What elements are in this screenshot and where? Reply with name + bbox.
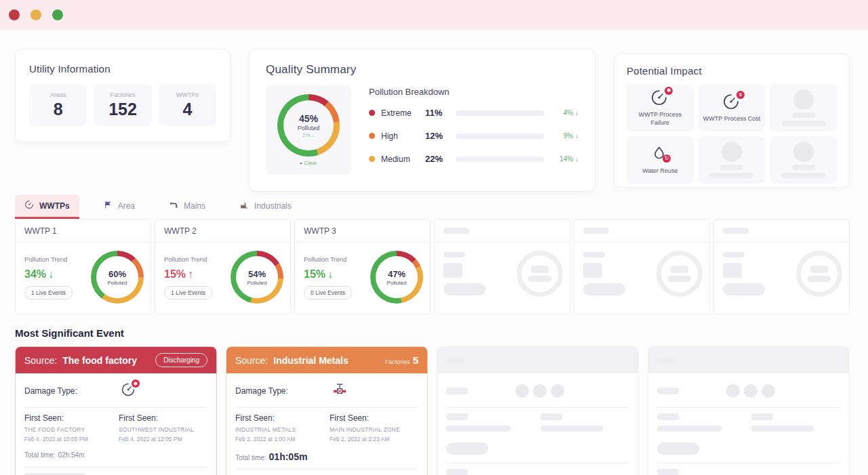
card-title: Utility Information: [29, 63, 216, 75]
trend-label: Pollution Trend: [304, 255, 368, 263]
event-card-skeleton: [648, 346, 850, 475]
tab-area[interactable]: Area: [94, 195, 144, 219]
skeleton-circle: [793, 89, 814, 110]
arrow-down-icon: ↓: [575, 109, 578, 117]
factories-label: Factories: [385, 358, 410, 365]
discharging-badge[interactable]: Discharging: [155, 353, 208, 367]
impact-grid: ✱ WWTP Process Failure $ WWTP Process Co…: [627, 84, 837, 184]
arrow-down-icon: ↓: [312, 132, 315, 138]
skeleton-bar: [720, 165, 743, 170]
valve-icon: [332, 382, 348, 400]
utility-stats: Areas 8 Factories 152 WWTPs 4: [29, 84, 216, 126]
skeleton-circle: [515, 384, 529, 398]
wwtp-card-body: Pollution Trend 15% ↓ 0 Live Events 47% …: [295, 243, 430, 310]
polluted-percent: 45%: [299, 113, 318, 124]
trend-percent: 34%: [24, 268, 46, 281]
damage-type-row: Damage Type:: [235, 380, 418, 402]
donut-center-text: 47% Polluted: [370, 251, 423, 304]
live-events-pill[interactable]: 0 Live Events: [304, 286, 352, 300]
tab-industrials[interactable]: Industrials: [230, 195, 301, 219]
first-seen-place: INDUSTRIAL METALS: [235, 426, 324, 433]
row-label: Extreme: [381, 108, 419, 118]
maximize-window-button[interactable]: [52, 9, 63, 20]
skeleton-bar: [751, 426, 814, 432]
wwtp-card-1[interactable]: WWTP 1 Pollution Trend 34% ↓ 1 Live Even…: [15, 219, 151, 314]
skeleton-body: [648, 373, 849, 475]
damage-type-row: Damage Type: ✱: [24, 380, 208, 402]
skeleton-bar: [446, 388, 468, 394]
skeleton-body: [714, 243, 849, 304]
first-seen-time: Feb 2, 2022 at 1:00 AM: [235, 436, 324, 442]
skeleton-bar: [583, 228, 609, 234]
wwtp-card-body: Pollution Trend 15% ↑ 1 Live Events 54% …: [155, 243, 290, 310]
polluted-label: Polluted: [387, 280, 407, 286]
event-card-skeleton: [437, 346, 639, 475]
event-card-food-factory[interactable]: Source: The food factory Discharging Dam…: [15, 346, 217, 475]
first-seen-place: THE FOOD FACTORY: [24, 426, 113, 433]
skeleton-bar: [808, 276, 831, 282]
tab-mains[interactable]: Mains: [159, 195, 215, 219]
wwtp-trend-block: Pollution Trend 15% ↓ 0 Live Events: [304, 255, 368, 300]
skeleton-left: [583, 252, 654, 295]
first-seen-label: First Seen:: [24, 413, 113, 423]
skeleton-circles: [726, 384, 775, 398]
tab-wwtps[interactable]: WWTPs: [15, 194, 79, 219]
row-change: 14% ↓: [554, 155, 578, 163]
stat-factories: Factories 152: [94, 84, 151, 126]
row-change: 9% ↓: [554, 132, 578, 140]
close-window-button[interactable]: [9, 9, 20, 20]
alert-badge: ✱: [665, 87, 673, 95]
polluted-percent: 54%: [248, 269, 266, 279]
event-card-industrial-metals[interactable]: Source: Industrial Metals Factories 5 Da…: [226, 346, 428, 475]
skeleton-left: [443, 252, 514, 295]
skeleton-bar: [657, 469, 679, 475]
skeleton-bar: [443, 228, 469, 234]
skeleton-col: [446, 413, 535, 432]
trend-label: Pollution Trend: [24, 255, 88, 263]
pipe-icon: [169, 201, 178, 211]
skeleton-bar: [657, 358, 675, 363]
skeleton-bar: [446, 358, 464, 363]
live-events-pill[interactable]: 1 Live Events: [164, 286, 212, 300]
skeleton-seen-row: [446, 413, 629, 432]
first-seen-label: First Seen:: [330, 413, 418, 423]
factory-icon: [239, 201, 249, 211]
dashboard-page: Utility Information Areas 8 Factories 15…: [0, 49, 868, 475]
skeleton-circle: [722, 142, 742, 162]
wwtp-card-3[interactable]: WWTP 3 Pollution Trend 15% ↓ 0 Live Even…: [294, 219, 431, 314]
progress-bar-track: [456, 133, 544, 139]
skeleton-bar: [528, 276, 551, 282]
skeleton-bar: [540, 426, 603, 432]
skeleton-bar: [723, 228, 749, 234]
first-seen-destination: First Seen: SOUTHWEST INDUSTRIAL Feb 4, …: [119, 413, 208, 442]
first-seen-label: First Seen:: [119, 413, 208, 423]
divider: [657, 407, 840, 408]
skeleton-col: [657, 413, 746, 432]
skeleton-bar: [782, 173, 825, 178]
impact-tile-skeleton: [770, 136, 837, 184]
live-events-pill[interactable]: 1 Live Events: [24, 286, 73, 300]
gauge-icon: [24, 200, 34, 211]
skeleton-donut: [656, 251, 703, 297]
factories-count-badge: Factories 5: [385, 354, 418, 366]
wwtp-card-2[interactable]: WWTP 2 Pollution Trend 15% ↑ 1 Live Even…: [155, 219, 291, 314]
skeleton-bar: [446, 413, 468, 420]
impact-tile-label: WWTP Process Failure: [629, 110, 691, 127]
donut-center-text: 54% Polluted: [231, 251, 283, 304]
recycle-badge: ↻: [663, 154, 671, 163]
stat-value: 152: [108, 100, 137, 119]
skeleton-pill: [443, 283, 486, 295]
skeleton-seen-row: [657, 413, 840, 432]
polluted-percent: 60%: [108, 269, 126, 279]
skeleton-circle: [793, 142, 814, 162]
trend-percent: 15%: [304, 268, 326, 281]
skeleton-bar: [792, 165, 815, 170]
impact-tile-wwtp-process-cost: $ WWTP Process Cost: [698, 84, 766, 131]
gauge-alert-icon: ✱: [121, 382, 136, 400]
source-label: Source:: [235, 355, 268, 366]
tab-label: Industrials: [254, 201, 292, 211]
row-value: 11%: [425, 108, 450, 118]
total-time-value: 01h:05m: [269, 451, 308, 462]
breakdown-title: Pollution Breakdown: [369, 87, 578, 97]
minimize-window-button[interactable]: [31, 9, 41, 20]
